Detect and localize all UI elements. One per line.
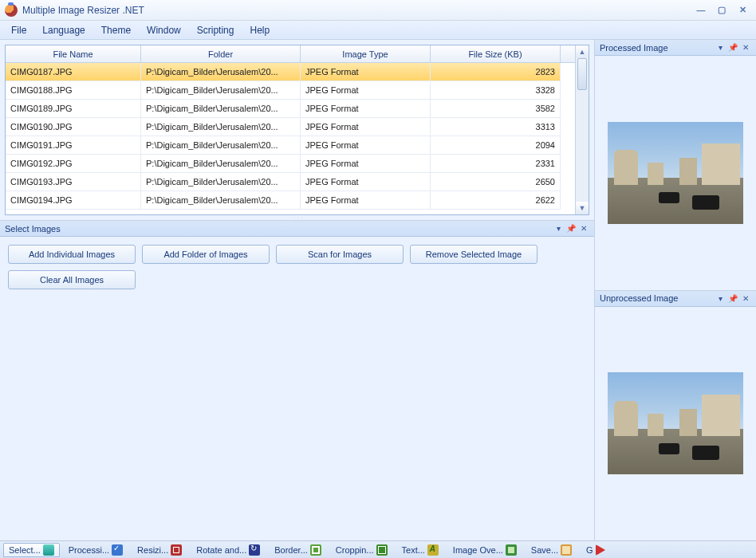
panel-pin-icon[interactable]: 📌 [565,223,577,234]
tab-resizing[interactable]: Resizi... [132,543,187,557]
cell-type: JPEG Format [301,173,431,191]
add-individual-button[interactable]: Add Individual Images [8,245,136,264]
col-header-name[interactable]: File Name [6,45,141,62]
processed-close-icon[interactable]: ✕ [740,42,751,53]
menu-theme[interactable]: Theme [93,22,139,38]
cell-type: JPEG Format [301,81,431,100]
scroll-thumb[interactable] [577,58,587,90]
unprocessed-pin-icon[interactable]: 📌 [727,293,738,304]
save-icon [561,544,572,556]
scroll-down-icon[interactable]: ▼ [576,202,589,214]
cell-name: CIMG0193.JPG [6,173,141,191]
check-icon [112,544,123,556]
cell-size: 2331 [431,155,561,173]
text-icon [427,544,439,556]
cell-name: CIMG0191.JPG [6,136,141,155]
processed-pin-icon[interactable]: 📌 [727,42,738,53]
panel-close-icon[interactable]: ✕ [578,223,589,234]
overlay-icon [506,544,517,556]
menubar: File Language Theme Window Scripting Hel… [0,21,756,40]
menu-file[interactable]: File [3,22,34,38]
processed-title: Processed Image [600,43,668,53]
scan-images-button[interactable]: Scan for Images [276,245,404,264]
cell-name: CIMG0192.JPG [6,155,141,173]
table-row[interactable]: CIMG0187.JPGP:\Digicam_Bilder\Jerusalem\… [6,63,575,81]
table-row[interactable]: CIMG0192.JPGP:\Digicam_Bilder\Jerusalem\… [6,155,575,173]
maximize-button[interactable]: ▢ [713,5,730,16]
border-icon [310,544,321,556]
menu-scripting[interactable]: Scripting [189,22,242,38]
menu-window[interactable]: Window [139,22,189,38]
cell-folder: P:\Digicam_Bilder\Jerusalem\20... [141,118,301,136]
bottom-tabstrip: Select... Processi... Resizi... Rotate a… [0,540,756,558]
resize-icon [171,544,182,556]
tab-rotate[interactable]: Rotate and... [191,543,266,557]
cell-size: 2094 [431,136,561,155]
unprocessed-dropdown-icon[interactable]: ▾ [715,293,726,304]
cell-folder: P:\Digicam_Bilder\Jerusalem\20... [141,63,301,81]
menu-language[interactable]: Language [34,22,93,38]
table-row[interactable]: CIMG0188.JPGP:\Digicam_Bilder\Jerusalem\… [6,81,575,100]
cell-name: CIMG0190.JPG [6,118,141,136]
minimize-button[interactable]: — [692,5,710,16]
cell-size: 3582 [431,100,561,118]
cell-size: 2622 [431,191,561,210]
cell-folder: P:\Digicam_Bilder\Jerusalem\20... [141,136,301,155]
tab-text[interactable]: Text... [396,543,444,557]
cell-size: 3313 [431,118,561,136]
table-header: File Name Folder Image Type File Size (K… [6,45,575,63]
unprocessed-title: Unprocessed Image [600,293,678,303]
cell-type: JPEG Format [301,118,431,136]
cell-size: 3328 [431,81,561,100]
app-title: Multiple Image Resizer .NET [22,5,144,16]
cell-folder: P:\Digicam_Bilder\Jerusalem\20... [141,100,301,118]
play-icon [596,544,607,556]
titlebar: Multiple Image Resizer .NET — ▢ ✕ [0,0,756,21]
table-row[interactable]: CIMG0190.JPGP:\Digicam_Bilder\Jerusalem\… [6,118,575,136]
close-button[interactable]: ✕ [734,5,751,16]
cell-name: CIMG0189.JPG [6,100,141,118]
table-row[interactable]: CIMG0193.JPGP:\Digicam_Bilder\Jerusalem\… [6,173,575,191]
col-header-size[interactable]: File Size (KB) [431,45,561,62]
cell-type: JPEG Format [301,100,431,118]
tab-go[interactable]: G [581,543,612,557]
cell-type: JPEG Format [301,155,431,173]
cell-size: 2823 [431,63,561,81]
table-row[interactable]: CIMG0189.JPGP:\Digicam_Bilder\Jerusalem\… [6,100,575,118]
panel-dropdown-icon[interactable]: ▾ [553,223,564,234]
processed-image-preview [608,122,743,224]
cell-type: JPEG Format [301,63,431,81]
remove-selected-button[interactable]: Remove Selected Image [410,245,537,264]
tab-save[interactable]: Save... [526,543,577,557]
scroll-up-icon[interactable]: ▲ [576,45,589,58]
cell-type: JPEG Format [301,191,431,210]
select-panel-title: Select Images [5,224,61,234]
col-header-type[interactable]: Image Type [301,45,431,62]
cell-type: JPEG Format [301,136,431,155]
tab-processing[interactable]: Processi... [63,543,128,557]
table-row[interactable]: CIMG0194.JPGP:\Digicam_Bilder\Jerusalem\… [6,191,575,210]
cell-name: CIMG0188.JPG [6,81,141,100]
add-folder-button[interactable]: Add Folder of Images [142,245,270,264]
select-images-panel: Select Images ▾ 📌 ✕ Add Individual Image… [0,220,594,540]
cell-folder: P:\Digicam_Bilder\Jerusalem\20... [141,191,301,210]
cell-size: 2650 [431,173,561,191]
rotate-icon [249,544,260,556]
tab-cropping[interactable]: Croppin... [330,543,393,557]
cell-name: CIMG0187.JPG [6,63,141,81]
table-scrollbar[interactable]: ▲ ▼ [575,45,589,214]
cell-folder: P:\Digicam_Bilder\Jerusalem\20... [141,173,301,191]
tab-select[interactable]: Select... [3,543,60,557]
unprocessed-image-preview [608,372,743,474]
crop-icon [376,544,388,556]
menu-help[interactable]: Help [242,22,278,38]
select-icon [43,544,54,556]
table-row[interactable]: CIMG0191.JPGP:\Digicam_Bilder\Jerusalem\… [6,136,575,155]
tab-overlay[interactable]: Image Ove... [447,543,522,557]
unprocessed-close-icon[interactable]: ✕ [740,293,751,304]
tab-border[interactable]: Border... [269,543,327,557]
col-header-folder[interactable]: Folder [141,45,301,62]
app-icon [5,4,18,17]
clear-all-button[interactable]: Clear All Images [8,270,136,289]
processed-dropdown-icon[interactable]: ▾ [715,42,726,53]
